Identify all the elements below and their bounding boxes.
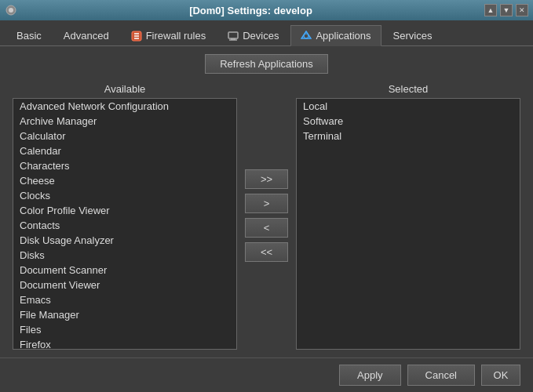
move-right-button[interactable]: >: [245, 194, 288, 213]
refresh-row: Refresh Applications: [13, 54, 520, 74]
lists-section: Available Advanced Network Configuration…: [13, 82, 520, 350]
available-list-item[interactable]: Document Viewer: [13, 278, 236, 292]
tab-advanced[interactable]: Advanced: [53, 25, 119, 45]
selected-list-container: Selected LocalSoftwareTerminal: [296, 82, 520, 350]
transfer-buttons: >> > < <<: [237, 82, 296, 350]
available-list-item[interactable]: Archive Manager: [13, 114, 236, 129]
available-list-item[interactable]: Clocks: [13, 188, 236, 203]
tab-services[interactable]: Services: [383, 25, 443, 45]
tab-devices-label: Devices: [243, 30, 279, 42]
move-all-right-button[interactable]: >>: [245, 169, 288, 189]
refresh-applications-button[interactable]: Refresh Applications: [205, 54, 328, 74]
available-list-container: Available Advanced Network Configuration…: [13, 82, 237, 350]
tab-basic-label: Basic: [16, 30, 42, 42]
move-all-left-button[interactable]: <<: [245, 242, 288, 262]
close-button[interactable]: ✕: [516, 4, 528, 16]
window-title: [Dom0] Settings: develop: [17, 5, 484, 16]
apply-button[interactable]: Apply: [339, 365, 401, 386]
available-list-item[interactable]: Cheese: [13, 173, 236, 188]
available-list-item[interactable]: Characters: [13, 158, 236, 173]
available-list-item[interactable]: Color Profile Viewer: [13, 203, 236, 218]
minimize-button[interactable]: ▲: [484, 4, 497, 16]
tab-bar: Basic Advanced Firewall rules: [0, 20, 533, 46]
tab-firewall[interactable]: Firewall rules: [121, 25, 217, 45]
title-bar: [Dom0] Settings: develop ▲ ▼ ✕: [0, 0, 533, 20]
available-list-item[interactable]: Disk Usage Analyzer: [13, 233, 236, 248]
tab-applications[interactable]: Applications: [290, 25, 381, 46]
available-list-item[interactable]: Calculator: [13, 129, 236, 143]
available-list-item[interactable]: Calendar: [13, 143, 236, 158]
ok-button[interactable]: OK: [481, 365, 520, 386]
selected-label: Selected: [296, 82, 520, 98]
available-list-item[interactable]: Emacs: [13, 292, 236, 307]
available-list-item[interactable]: Document Scanner: [13, 263, 236, 278]
title-bar-app-icon: [5, 4, 17, 16]
window-controls: ▲ ▼ ✕: [484, 4, 528, 16]
tab-services-label: Services: [393, 30, 433, 42]
selected-list-item[interactable]: Terminal: [297, 129, 520, 143]
tab-applications-label: Applications: [316, 30, 371, 42]
available-label: Available: [13, 82, 237, 98]
available-list-item[interactable]: File Manager: [13, 307, 236, 322]
selected-list-item[interactable]: Local: [297, 99, 520, 114]
devices-icon: [228, 31, 239, 42]
svg-rect-6: [228, 32, 238, 38]
tab-devices[interactable]: Devices: [217, 25, 289, 45]
available-list-item[interactable]: Advanced Network Configuration: [13, 99, 236, 114]
available-list[interactable]: Advanced Network ConfigurationArchive Ma…: [13, 98, 237, 350]
available-list-item[interactable]: Firefox: [13, 337, 236, 350]
move-left-button[interactable]: <: [245, 218, 288, 238]
svg-point-1: [9, 8, 13, 13]
svg-marker-9: [301, 31, 311, 38]
cancel-button[interactable]: Cancel: [407, 365, 475, 386]
available-list-item[interactable]: Disks: [13, 248, 236, 263]
content-area: Refresh Applications Available Advanced …: [0, 46, 533, 358]
tab-firewall-label: Firewall rules: [146, 30, 206, 42]
firewall-icon: [131, 31, 142, 42]
available-list-item[interactable]: Files: [13, 322, 236, 337]
selected-list-item[interactable]: Software: [297, 114, 520, 129]
maximize-button[interactable]: ▼: [500, 4, 513, 16]
svg-point-10: [304, 34, 308, 38]
selected-list[interactable]: LocalSoftwareTerminal: [296, 98, 520, 350]
applications-icon: [301, 31, 312, 42]
main-container: Basic Advanced Firewall rules: [0, 20, 533, 392]
tab-advanced-label: Advanced: [64, 30, 109, 42]
bottom-row: Apply Cancel OK: [0, 358, 533, 392]
tab-basic[interactable]: Basic: [6, 25, 52, 45]
available-list-item[interactable]: Contacts: [13, 218, 236, 233]
